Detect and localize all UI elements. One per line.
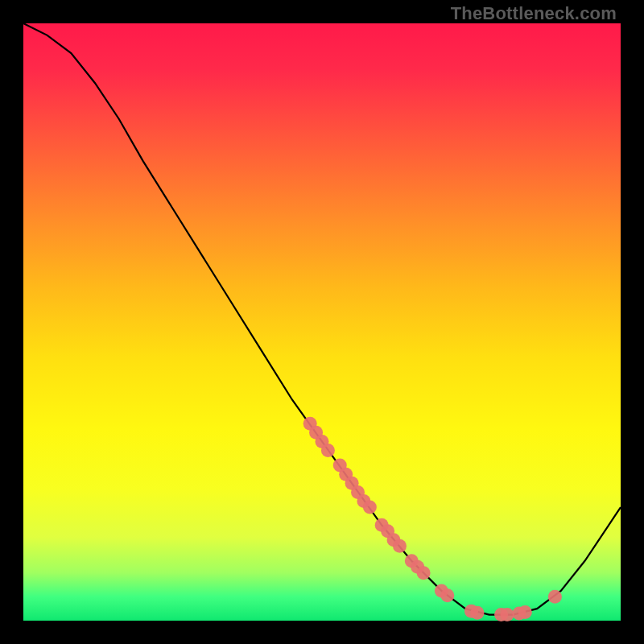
bottleneck-curve (23, 23, 621, 615)
chart-container: TheBottleneck.com (0, 0, 644, 644)
data-marker (518, 605, 532, 619)
data-marker (501, 608, 514, 621)
chart-svg (23, 23, 621, 621)
data-marker (363, 501, 377, 514)
data-marker (321, 444, 335, 457)
data-marker (393, 539, 407, 553)
watermark-text: TheBottleneck.com (451, 3, 617, 24)
data-marker (417, 566, 431, 580)
data-marker (440, 588, 454, 602)
data-marker (548, 590, 562, 604)
markers-layer (303, 417, 562, 621)
curve-layer (23, 23, 621, 615)
data-marker (470, 606, 484, 620)
